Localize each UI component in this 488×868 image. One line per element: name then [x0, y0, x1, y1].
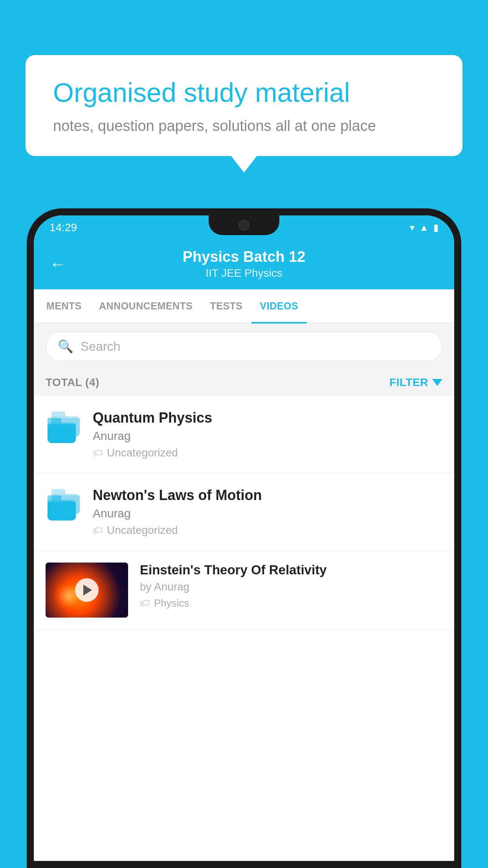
back-button[interactable]: ← [50, 255, 66, 274]
header-title: Physics Batch 12 [78, 248, 410, 265]
play-button[interactable] [75, 578, 99, 602]
search-container: 🔍 Search [34, 324, 454, 369]
tab-announcements[interactable]: ANNOUNCEMENTS [90, 289, 201, 323]
filter-icon [432, 379, 442, 386]
filter-button[interactable]: FILTER [389, 376, 442, 389]
phone-screen: 14:29 ▾ ▲ ▮ ← Physics Batch 12 IIT JEE P… [34, 215, 454, 861]
tag-icon: 🏷 [93, 524, 103, 537]
video-tag: 🏷 Uncategorized [93, 447, 442, 459]
wifi-icon: ▾ [410, 222, 415, 233]
search-box[interactable]: 🔍 Search [46, 331, 442, 361]
filter-row: TOTAL (4) FILTER [34, 369, 454, 396]
video-title: Quantum Physics [93, 410, 442, 426]
speech-bubble-area: Organised study material notes, question… [26, 55, 462, 156]
phone-frame: 14:29 ▾ ▲ ▮ ← Physics Batch 12 IIT JEE P… [27, 208, 461, 868]
tag-icon: 🏷 [140, 597, 150, 609]
phone-camera [238, 220, 250, 231]
phone-notch [209, 215, 279, 235]
play-icon [83, 585, 92, 596]
list-item[interactable]: Newton's Laws of Motion Anurag 🏷 Uncateg… [34, 473, 454, 551]
video-title: Newton's Laws of Motion [93, 487, 442, 504]
video-info-1: Quantum Physics Anurag 🏷 Uncategorized [93, 410, 442, 459]
total-count: TOTAL (4) [46, 376, 99, 389]
header-title-area: Physics Batch 12 IIT JEE Physics [78, 248, 410, 280]
tag-label: Uncategorized [107, 524, 178, 537]
search-icon: 🔍 [58, 339, 73, 354]
header-subtitle: IIT JEE Physics [78, 267, 410, 280]
folder-icon-2 [46, 487, 81, 519]
list-item[interactable]: Einstein's Theory Of Relativity by Anura… [34, 551, 454, 630]
app-header: ← Physics Batch 12 IIT JEE Physics [34, 240, 454, 289]
video-info-3: Einstein's Theory Of Relativity by Anura… [140, 563, 442, 609]
bubble-title: Organised study material [53, 77, 435, 109]
tag-icon: 🏷 [93, 447, 103, 459]
tab-videos[interactable]: VIDEOS [251, 289, 307, 323]
video-title: Einstein's Theory Of Relativity [140, 563, 442, 577]
status-time: 14:29 [50, 221, 77, 234]
video-author: Anurag [93, 507, 442, 520]
video-tag: 🏷 Uncategorized [93, 524, 442, 537]
list-item[interactable]: Quantum Physics Anurag 🏷 Uncategorized [34, 396, 454, 473]
search-input[interactable]: Search [81, 339, 120, 354]
content-list: Quantum Physics Anurag 🏷 Uncategorized [34, 396, 454, 630]
speech-bubble: Organised study material notes, question… [26, 55, 462, 156]
tab-tests[interactable]: TESTS [201, 289, 251, 323]
signal-icon: ▲ [419, 222, 429, 233]
tag-label: Uncategorized [107, 447, 178, 459]
video-author: Anurag [93, 429, 442, 443]
folder-icon-1 [46, 410, 81, 441]
battery-icon: ▮ [433, 222, 438, 233]
tag-label: Physics [154, 597, 189, 609]
video-tag: 🏷 Physics [140, 597, 442, 609]
bubble-subtitle: notes, question papers, solutions all at… [53, 118, 435, 134]
status-icons: ▾ ▲ ▮ [410, 222, 438, 233]
video-info-2: Newton's Laws of Motion Anurag 🏷 Uncateg… [93, 487, 442, 537]
tabs-bar: MENTS ANNOUNCEMENTS TESTS VIDEOS [34, 289, 454, 324]
video-thumbnail [46, 563, 128, 618]
filter-label: FILTER [389, 376, 428, 389]
tab-assignments[interactable]: MENTS [38, 289, 90, 323]
video-author: by Anurag [140, 581, 442, 593]
